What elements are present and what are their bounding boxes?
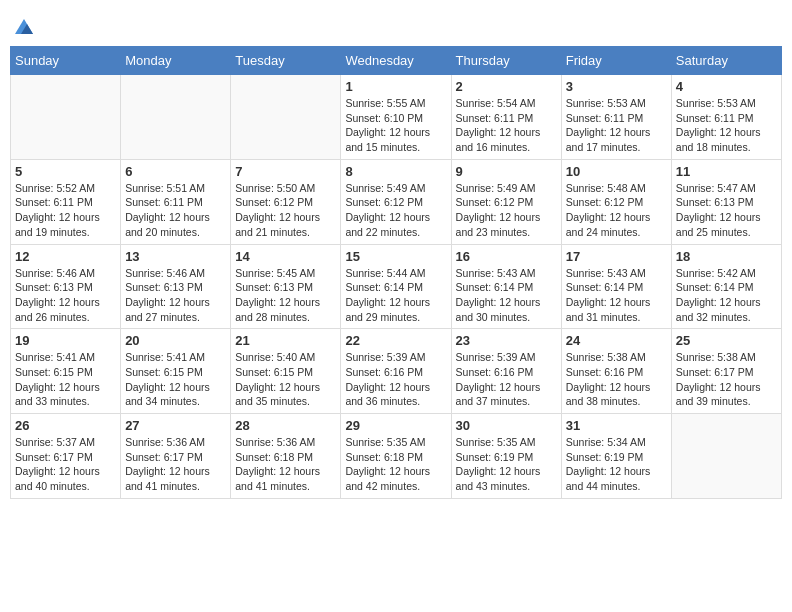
calendar-cell: 27Sunrise: 5:36 AM Sunset: 6:17 PM Dayli…	[121, 414, 231, 499]
day-info: Sunrise: 5:53 AM Sunset: 6:11 PM Dayligh…	[566, 96, 667, 155]
calendar-week-row: 19Sunrise: 5:41 AM Sunset: 6:15 PM Dayli…	[11, 329, 782, 414]
calendar-week-row: 26Sunrise: 5:37 AM Sunset: 6:17 PM Dayli…	[11, 414, 782, 499]
day-info: Sunrise: 5:50 AM Sunset: 6:12 PM Dayligh…	[235, 181, 336, 240]
calendar-cell: 11Sunrise: 5:47 AM Sunset: 6:13 PM Dayli…	[671, 159, 781, 244]
calendar-cell: 17Sunrise: 5:43 AM Sunset: 6:14 PM Dayli…	[561, 244, 671, 329]
day-number: 24	[566, 333, 667, 348]
logo	[10, 16, 35, 38]
day-header-monday: Monday	[121, 47, 231, 75]
day-info: Sunrise: 5:39 AM Sunset: 6:16 PM Dayligh…	[345, 350, 446, 409]
logo-triangle-icon	[13, 16, 35, 38]
calendar-cell: 12Sunrise: 5:46 AM Sunset: 6:13 PM Dayli…	[11, 244, 121, 329]
day-info: Sunrise: 5:37 AM Sunset: 6:17 PM Dayligh…	[15, 435, 116, 494]
day-info: Sunrise: 5:43 AM Sunset: 6:14 PM Dayligh…	[456, 266, 557, 325]
day-info: Sunrise: 5:35 AM Sunset: 6:18 PM Dayligh…	[345, 435, 446, 494]
day-info: Sunrise: 5:45 AM Sunset: 6:13 PM Dayligh…	[235, 266, 336, 325]
calendar-cell: 30Sunrise: 5:35 AM Sunset: 6:19 PM Dayli…	[451, 414, 561, 499]
day-info: Sunrise: 5:53 AM Sunset: 6:11 PM Dayligh…	[676, 96, 777, 155]
day-header-friday: Friday	[561, 47, 671, 75]
day-info: Sunrise: 5:40 AM Sunset: 6:15 PM Dayligh…	[235, 350, 336, 409]
day-info: Sunrise: 5:46 AM Sunset: 6:13 PM Dayligh…	[125, 266, 226, 325]
calendar-cell: 28Sunrise: 5:36 AM Sunset: 6:18 PM Dayli…	[231, 414, 341, 499]
day-number: 15	[345, 249, 446, 264]
day-info: Sunrise: 5:43 AM Sunset: 6:14 PM Dayligh…	[566, 266, 667, 325]
day-info: Sunrise: 5:54 AM Sunset: 6:11 PM Dayligh…	[456, 96, 557, 155]
calendar-cell	[11, 75, 121, 160]
day-number: 30	[456, 418, 557, 433]
calendar-week-row: 5Sunrise: 5:52 AM Sunset: 6:11 PM Daylig…	[11, 159, 782, 244]
day-info: Sunrise: 5:49 AM Sunset: 6:12 PM Dayligh…	[456, 181, 557, 240]
day-info: Sunrise: 5:52 AM Sunset: 6:11 PM Dayligh…	[15, 181, 116, 240]
day-header-wednesday: Wednesday	[341, 47, 451, 75]
day-info: Sunrise: 5:46 AM Sunset: 6:13 PM Dayligh…	[15, 266, 116, 325]
calendar-cell: 5Sunrise: 5:52 AM Sunset: 6:11 PM Daylig…	[11, 159, 121, 244]
calendar-cell: 26Sunrise: 5:37 AM Sunset: 6:17 PM Dayli…	[11, 414, 121, 499]
calendar-cell	[231, 75, 341, 160]
calendar-cell	[121, 75, 231, 160]
calendar-cell: 19Sunrise: 5:41 AM Sunset: 6:15 PM Dayli…	[11, 329, 121, 414]
calendar-cell: 3Sunrise: 5:53 AM Sunset: 6:11 PM Daylig…	[561, 75, 671, 160]
day-number: 12	[15, 249, 116, 264]
day-info: Sunrise: 5:44 AM Sunset: 6:14 PM Dayligh…	[345, 266, 446, 325]
day-info: Sunrise: 5:36 AM Sunset: 6:18 PM Dayligh…	[235, 435, 336, 494]
calendar-cell: 22Sunrise: 5:39 AM Sunset: 6:16 PM Dayli…	[341, 329, 451, 414]
day-number: 2	[456, 79, 557, 94]
day-number: 21	[235, 333, 336, 348]
day-number: 11	[676, 164, 777, 179]
day-number: 18	[676, 249, 777, 264]
calendar-cell: 31Sunrise: 5:34 AM Sunset: 6:19 PM Dayli…	[561, 414, 671, 499]
calendar-week-row: 1Sunrise: 5:55 AM Sunset: 6:10 PM Daylig…	[11, 75, 782, 160]
day-number: 5	[15, 164, 116, 179]
day-number: 7	[235, 164, 336, 179]
calendar-cell: 10Sunrise: 5:48 AM Sunset: 6:12 PM Dayli…	[561, 159, 671, 244]
calendar-cell: 2Sunrise: 5:54 AM Sunset: 6:11 PM Daylig…	[451, 75, 561, 160]
day-number: 14	[235, 249, 336, 264]
day-info: Sunrise: 5:34 AM Sunset: 6:19 PM Dayligh…	[566, 435, 667, 494]
calendar-cell: 4Sunrise: 5:53 AM Sunset: 6:11 PM Daylig…	[671, 75, 781, 160]
calendar-cell: 9Sunrise: 5:49 AM Sunset: 6:12 PM Daylig…	[451, 159, 561, 244]
day-info: Sunrise: 5:51 AM Sunset: 6:11 PM Dayligh…	[125, 181, 226, 240]
day-info: Sunrise: 5:38 AM Sunset: 6:17 PM Dayligh…	[676, 350, 777, 409]
calendar-cell: 25Sunrise: 5:38 AM Sunset: 6:17 PM Dayli…	[671, 329, 781, 414]
calendar-cell: 24Sunrise: 5:38 AM Sunset: 6:16 PM Dayli…	[561, 329, 671, 414]
calendar-week-row: 12Sunrise: 5:46 AM Sunset: 6:13 PM Dayli…	[11, 244, 782, 329]
day-number: 1	[345, 79, 446, 94]
calendar-cell: 7Sunrise: 5:50 AM Sunset: 6:12 PM Daylig…	[231, 159, 341, 244]
day-number: 17	[566, 249, 667, 264]
calendar-cell: 13Sunrise: 5:46 AM Sunset: 6:13 PM Dayli…	[121, 244, 231, 329]
day-info: Sunrise: 5:49 AM Sunset: 6:12 PM Dayligh…	[345, 181, 446, 240]
day-number: 3	[566, 79, 667, 94]
day-header-sunday: Sunday	[11, 47, 121, 75]
day-number: 16	[456, 249, 557, 264]
calendar-cell: 6Sunrise: 5:51 AM Sunset: 6:11 PM Daylig…	[121, 159, 231, 244]
day-info: Sunrise: 5:48 AM Sunset: 6:12 PM Dayligh…	[566, 181, 667, 240]
day-info: Sunrise: 5:47 AM Sunset: 6:13 PM Dayligh…	[676, 181, 777, 240]
day-info: Sunrise: 5:55 AM Sunset: 6:10 PM Dayligh…	[345, 96, 446, 155]
day-number: 26	[15, 418, 116, 433]
calendar-cell: 18Sunrise: 5:42 AM Sunset: 6:14 PM Dayli…	[671, 244, 781, 329]
day-number: 25	[676, 333, 777, 348]
page-header	[10, 10, 782, 38]
calendar-cell: 15Sunrise: 5:44 AM Sunset: 6:14 PM Dayli…	[341, 244, 451, 329]
day-number: 27	[125, 418, 226, 433]
calendar-table: SundayMondayTuesdayWednesdayThursdayFrid…	[10, 46, 782, 499]
day-number: 9	[456, 164, 557, 179]
day-header-thursday: Thursday	[451, 47, 561, 75]
calendar-cell: 16Sunrise: 5:43 AM Sunset: 6:14 PM Dayli…	[451, 244, 561, 329]
calendar-cell: 14Sunrise: 5:45 AM Sunset: 6:13 PM Dayli…	[231, 244, 341, 329]
day-number: 19	[15, 333, 116, 348]
calendar-cell: 23Sunrise: 5:39 AM Sunset: 6:16 PM Dayli…	[451, 329, 561, 414]
day-header-tuesday: Tuesday	[231, 47, 341, 75]
day-info: Sunrise: 5:41 AM Sunset: 6:15 PM Dayligh…	[125, 350, 226, 409]
day-number: 23	[456, 333, 557, 348]
calendar-cell: 1Sunrise: 5:55 AM Sunset: 6:10 PM Daylig…	[341, 75, 451, 160]
day-info: Sunrise: 5:35 AM Sunset: 6:19 PM Dayligh…	[456, 435, 557, 494]
day-number: 8	[345, 164, 446, 179]
day-number: 31	[566, 418, 667, 433]
day-number: 10	[566, 164, 667, 179]
day-number: 20	[125, 333, 226, 348]
calendar-cell: 21Sunrise: 5:40 AM Sunset: 6:15 PM Dayli…	[231, 329, 341, 414]
day-info: Sunrise: 5:41 AM Sunset: 6:15 PM Dayligh…	[15, 350, 116, 409]
day-number: 6	[125, 164, 226, 179]
calendar-cell: 29Sunrise: 5:35 AM Sunset: 6:18 PM Dayli…	[341, 414, 451, 499]
